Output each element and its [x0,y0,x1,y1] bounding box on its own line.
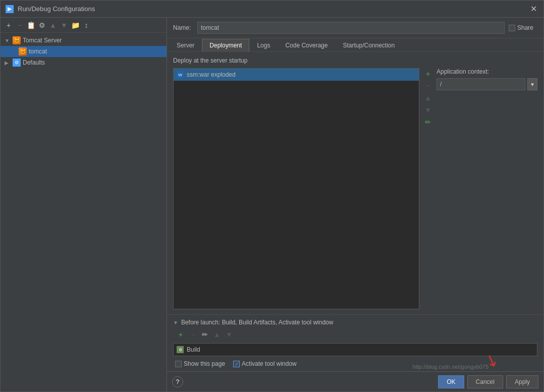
move-launch-up-button[interactable]: ▲ [211,329,223,340]
cancel-button[interactable]: Cancel [467,375,503,388]
tab-code-coverage[interactable]: Code Coverage [278,39,335,52]
show-page-label: Show this page [184,360,225,367]
content-area: + − 📋 ⚙ ▲ ▼ 📁 ↕ ▼ 🐱 Tomcat Server [1,18,543,391]
deployment-tab-content: Deploy at the server startup W ssm:war e… [167,52,543,314]
share-row: Share [509,24,537,31]
tree-group-label: Tomcat Server [23,37,62,44]
remove-launch-button[interactable]: − [187,329,198,340]
expand-arrow: ▼ [5,38,11,43]
move-down-button[interactable]: ▼ [59,20,69,30]
artifact-item[interactable]: W ssm:war exploded [174,69,419,81]
help-button[interactable]: ? [172,376,183,387]
artifact-list: W ssm:war exploded [173,68,419,309]
deploy-section-label: Deploy at the server startup [173,57,537,64]
action-buttons: OK Cancel Apply [438,375,538,388]
settings-button[interactable]: ⚙ [37,20,47,30]
activate-tool-checkbox[interactable]: ✓ [233,361,240,367]
activate-tool-pair[interactable]: ✓ Activate tool window [233,360,297,367]
move-launch-down-button[interactable]: ▼ [224,329,235,340]
before-launch-list: ⚙ Build [173,343,537,356]
remove-config-button[interactable]: − [15,20,25,30]
share-label: Share [517,24,533,31]
activate-tool-label: Activate tool window [242,360,297,367]
ok-button[interactable]: OK [438,375,464,388]
edit-artifact-button[interactable]: ✏ [422,117,433,128]
app-context-panel: Application context: ▼ [437,68,537,309]
artifact-section: W ssm:war exploded + − ▲ ▼ ✏ [173,68,433,309]
config-tree: ▼ 🐱 Tomcat Server 🐱 tomcat ▶ ⚙ Defaults [1,33,167,70]
add-artifact-button[interactable]: + [422,68,433,79]
tab-logs[interactable]: Logs [249,39,278,52]
main-panel: Name: Share Server Deployment Logs Code … [167,18,543,391]
deploy-area: W ssm:war exploded + − ▲ ▼ ✏ [173,68,537,309]
add-launch-button[interactable]: + [175,329,186,340]
folder-button[interactable]: 📁 [70,20,80,30]
apply-button[interactable]: Apply [506,375,538,388]
title-bar-left: ▶ Run/Debug Configurations [6,5,95,13]
name-row: Name: Share [167,18,543,38]
app-icon: ▶ [6,5,14,13]
before-launch-toolbar: + − ✏ ▲ ▼ [173,329,537,340]
share-checkbox[interactable] [509,25,515,31]
move-artifact-down-button[interactable]: ▼ [422,104,433,116]
show-page-pair[interactable]: Show this page [175,360,225,367]
tab-startup-connection[interactable]: Startup/Connection [335,39,402,52]
edit-launch-button[interactable]: ✏ [199,329,210,340]
tree-item-label: tomcat [29,48,47,55]
before-launch-header: ▼ Before launch: Build, Build Artifacts,… [173,319,537,326]
tab-server[interactable]: Server [169,39,202,52]
close-button[interactable]: ✕ [528,4,538,14]
tree-group-tomcat-server[interactable]: ▼ 🐱 Tomcat Server [1,35,167,46]
before-launch-title: Before launch: Build, Build Artifacts, A… [181,319,334,326]
watermark: http://blog.csdn.net/gongyb075 [413,364,488,370]
move-artifact-up-button[interactable]: ▲ [422,92,433,103]
build-label: Build [187,346,200,353]
tabs-row: Server Deployment Logs Code Coverage Sta… [167,38,543,52]
show-page-checkbox[interactable] [175,361,182,367]
app-context-dropdown[interactable]: ▼ [527,78,537,90]
remove-artifact-button[interactable]: − [422,80,433,91]
add-config-button[interactable]: + [4,20,14,30]
tree-item-tomcat[interactable]: 🐱 tomcat [1,46,167,57]
name-label: Name: [173,24,193,31]
move-up-button[interactable]: ▲ [48,20,58,30]
before-launch-item-build[interactable]: ⚙ Build [174,344,537,356]
app-context-label: Application context: [437,68,537,75]
before-launch-toggle[interactable]: ▼ [173,320,178,325]
name-input[interactable] [197,22,505,34]
artifact-label: ssm:war exploded [187,71,236,78]
title-bar: ▶ Run/Debug Configurations ✕ [1,1,543,18]
defaults-icon: ⚙ [13,59,21,67]
tomcat-server-icon: 🐱 [13,36,21,44]
defaults-label: Defaults [23,59,45,66]
bottom-bar: ? OK Cancel Apply [167,371,543,391]
tree-item-defaults[interactable]: ▶ ⚙ Defaults [1,57,167,68]
app-context-input[interactable] [437,78,525,90]
defaults-arrow: ▶ [5,60,11,66]
sidebar: + − 📋 ⚙ ▲ ▼ 📁 ↕ ▼ 🐱 Tomcat Server [1,18,167,391]
sidebar-toolbar: + − 📋 ⚙ ▲ ▼ 📁 ↕ [1,18,167,33]
dialog-title: Run/Debug Configurations [18,5,95,13]
build-icon: ⚙ [177,346,184,353]
tomcat-config-icon: 🐱 [19,47,27,55]
artifact-icon: W [177,71,184,78]
deploy-side-buttons: + − ▲ ▼ ✏ [422,68,433,309]
sort-button[interactable]: ↕ [81,20,91,30]
app-context-row: ▼ [437,78,537,90]
copy-config-button[interactable]: 📋 [26,20,36,30]
tab-deployment[interactable]: Deployment [202,39,249,52]
